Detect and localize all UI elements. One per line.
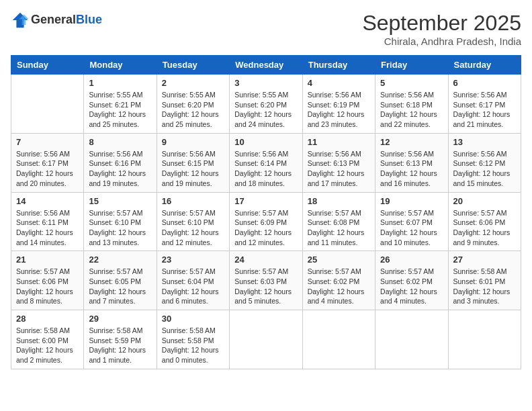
logo-icon [11,11,30,30]
calendar-cell: 4Sunrise: 5:56 AM Sunset: 6:19 PM Daylig… [302,75,375,134]
day-info: Sunrise: 5:55 AM Sunset: 6:20 PM Dayligh… [234,90,297,130]
day-info: Sunrise: 5:57 AM Sunset: 6:07 PM Dayligh… [380,208,443,248]
day-info: Sunrise: 5:58 AM Sunset: 5:58 PM Dayligh… [162,326,224,365]
day-number: 4 [308,78,370,88]
day-info: Sunrise: 5:57 AM Sunset: 6:02 PM Dayligh… [380,267,443,306]
day-number: 21 [16,255,79,265]
day-number: 20 [453,196,516,206]
day-info: Sunrise: 5:57 AM Sunset: 6:06 PM Dayligh… [453,208,516,248]
month-title: September 2025 [362,11,521,36]
location-text: Chirala, Andhra Pradesh, India [362,36,521,47]
day-number: 10 [234,137,297,147]
day-number: 22 [89,255,151,265]
calendar-cell [11,75,84,134]
col-monday: Monday [84,56,157,75]
day-info: Sunrise: 5:57 AM Sunset: 6:10 PM Dayligh… [162,208,224,248]
calendar-cell: 24Sunrise: 5:57 AM Sunset: 6:03 PM Dayli… [230,251,302,310]
day-info: Sunrise: 5:56 AM Sunset: 6:11 PM Dayligh… [16,208,79,248]
calendar-cell: 12Sunrise: 5:56 AM Sunset: 6:13 PM Dayli… [375,133,448,192]
calendar-cell: 17Sunrise: 5:57 AM Sunset: 6:09 PM Dayli… [230,192,302,251]
day-number: 28 [16,314,79,324]
day-info: Sunrise: 5:56 AM Sunset: 6:17 PM Dayligh… [16,149,79,189]
day-info: Sunrise: 5:57 AM Sunset: 6:10 PM Dayligh… [89,208,151,248]
calendar-cell: 13Sunrise: 5:56 AM Sunset: 6:12 PM Dayli… [448,133,521,192]
calendar-cell: 21Sunrise: 5:57 AM Sunset: 6:06 PM Dayli… [11,251,84,310]
calendar-cell [448,310,521,369]
calendar-cell: 22Sunrise: 5:57 AM Sunset: 6:05 PM Dayli… [84,251,157,310]
day-info: Sunrise: 5:57 AM Sunset: 6:03 PM Dayligh… [234,267,297,306]
calendar-cell: 20Sunrise: 5:57 AM Sunset: 6:06 PM Dayli… [448,192,521,251]
day-number: 8 [89,137,151,147]
logo-general-text: General [31,13,76,26]
day-number: 18 [308,196,370,206]
calendar-table: Sunday Monday Tuesday Wednesday Thursday… [11,55,521,369]
day-info: Sunrise: 5:55 AM Sunset: 6:21 PM Dayligh… [89,90,151,130]
calendar-cell: 2Sunrise: 5:55 AM Sunset: 6:20 PM Daylig… [157,75,229,134]
day-info: Sunrise: 5:57 AM Sunset: 6:05 PM Dayligh… [89,267,151,306]
calendar-cell: 11Sunrise: 5:56 AM Sunset: 6:13 PM Dayli… [302,133,375,192]
calendar-week-1: 1Sunrise: 5:55 AM Sunset: 6:21 PM Daylig… [11,75,521,134]
day-number: 1 [89,78,151,88]
col-wednesday: Wednesday [230,56,302,75]
day-number: 15 [89,196,151,206]
day-info: Sunrise: 5:56 AM Sunset: 6:12 PM Dayligh… [453,149,516,189]
calendar-cell: 30Sunrise: 5:58 AM Sunset: 5:58 PM Dayli… [157,310,229,369]
calendar-cell: 27Sunrise: 5:58 AM Sunset: 6:01 PM Dayli… [448,251,521,310]
day-number: 5 [380,78,443,88]
logo: GeneralBlue [11,11,102,30]
calendar-cell: 9Sunrise: 5:56 AM Sunset: 6:15 PM Daylig… [157,133,229,192]
day-number: 19 [380,196,443,206]
calendar-cell: 3Sunrise: 5:55 AM Sunset: 6:20 PM Daylig… [230,75,302,134]
calendar-header-row: Sunday Monday Tuesday Wednesday Thursday… [11,56,521,75]
title-block: September 2025 Chirala, Andhra Pradesh, … [362,11,521,47]
day-info: Sunrise: 5:56 AM Sunset: 6:13 PM Dayligh… [380,149,443,189]
day-info: Sunrise: 5:58 AM Sunset: 6:01 PM Dayligh… [453,267,516,306]
day-number: 11 [308,137,370,147]
day-number: 3 [234,78,297,88]
day-number: 17 [234,196,297,206]
calendar-week-3: 14Sunrise: 5:56 AM Sunset: 6:11 PM Dayli… [11,192,521,251]
day-info: Sunrise: 5:57 AM Sunset: 6:02 PM Dayligh… [308,267,370,306]
calendar-cell: 5Sunrise: 5:56 AM Sunset: 6:18 PM Daylig… [375,75,448,134]
calendar-cell: 10Sunrise: 5:56 AM Sunset: 6:14 PM Dayli… [230,133,302,192]
calendar-cell: 16Sunrise: 5:57 AM Sunset: 6:10 PM Dayli… [157,192,229,251]
day-info: Sunrise: 5:56 AM Sunset: 6:18 PM Dayligh… [380,90,443,130]
day-info: Sunrise: 5:57 AM Sunset: 6:06 PM Dayligh… [16,267,79,306]
day-number: 29 [89,314,151,324]
col-sunday: Sunday [11,56,84,75]
calendar-cell: 26Sunrise: 5:57 AM Sunset: 6:02 PM Dayli… [375,251,448,310]
day-number: 24 [234,255,297,265]
calendar-cell: 15Sunrise: 5:57 AM Sunset: 6:10 PM Dayli… [84,192,157,251]
day-info: Sunrise: 5:57 AM Sunset: 6:09 PM Dayligh… [234,208,297,248]
day-info: Sunrise: 5:55 AM Sunset: 6:20 PM Dayligh… [162,90,224,130]
calendar-cell: 18Sunrise: 5:57 AM Sunset: 6:08 PM Dayli… [302,192,375,251]
day-info: Sunrise: 5:56 AM Sunset: 6:16 PM Dayligh… [89,149,151,189]
day-number: 30 [162,314,224,324]
page-header: GeneralBlue September 2025 Chirala, Andh… [11,11,521,47]
calendar-cell [230,310,302,369]
calendar-cell: 14Sunrise: 5:56 AM Sunset: 6:11 PM Dayli… [11,192,84,251]
calendar-cell: 7Sunrise: 5:56 AM Sunset: 6:17 PM Daylig… [11,133,84,192]
day-number: 12 [380,137,443,147]
day-info: Sunrise: 5:56 AM Sunset: 6:17 PM Dayligh… [453,90,516,130]
calendar-week-2: 7Sunrise: 5:56 AM Sunset: 6:17 PM Daylig… [11,133,521,192]
day-number: 2 [162,78,224,88]
day-number: 13 [453,137,516,147]
col-tuesday: Tuesday [157,56,229,75]
day-info: Sunrise: 5:58 AM Sunset: 5:59 PM Dayligh… [89,326,151,365]
day-number: 23 [162,255,224,265]
calendar-cell [302,310,375,369]
day-info: Sunrise: 5:56 AM Sunset: 6:19 PM Dayligh… [308,90,370,130]
calendar-cell: 23Sunrise: 5:57 AM Sunset: 6:04 PM Dayli… [157,251,229,310]
day-number: 14 [16,196,79,206]
day-number: 9 [162,137,224,147]
day-info: Sunrise: 5:58 AM Sunset: 6:00 PM Dayligh… [16,326,79,365]
day-number: 7 [16,137,79,147]
day-info: Sunrise: 5:57 AM Sunset: 6:04 PM Dayligh… [162,267,224,306]
day-number: 26 [380,255,443,265]
day-info: Sunrise: 5:57 AM Sunset: 6:08 PM Dayligh… [308,208,370,248]
calendar-cell: 6Sunrise: 5:56 AM Sunset: 6:17 PM Daylig… [448,75,521,134]
calendar-week-4: 21Sunrise: 5:57 AM Sunset: 6:06 PM Dayli… [11,251,521,310]
col-friday: Friday [375,56,448,75]
calendar-cell: 8Sunrise: 5:56 AM Sunset: 6:16 PM Daylig… [84,133,157,192]
